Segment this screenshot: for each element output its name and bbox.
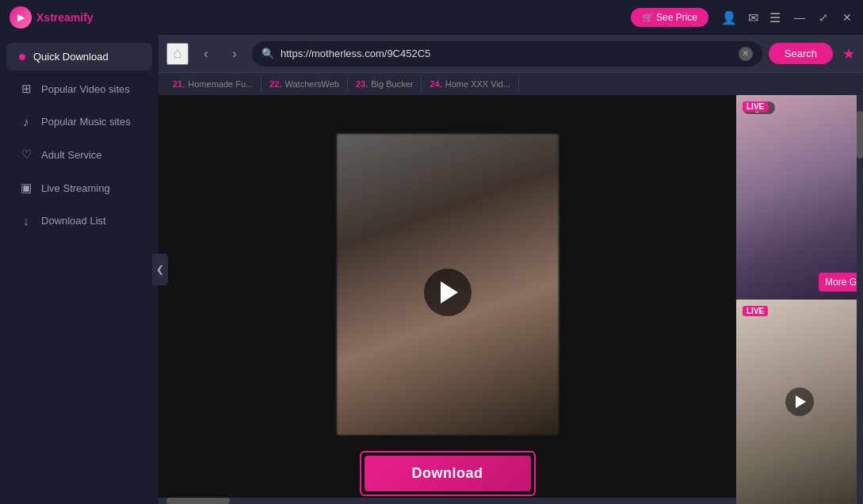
- user-icon[interactable]: 👤: [721, 10, 737, 25]
- sidebar-item-label: Live Streaming: [41, 182, 110, 194]
- search-button[interactable]: Search: [769, 43, 833, 64]
- vertical-scrollbar[interactable]: [857, 95, 863, 504]
- sidebar-item-live-streaming[interactable]: ▣ Live Streaming: [6, 173, 152, 203]
- scrollbar-v-thumb[interactable]: [857, 111, 863, 158]
- download-button[interactable]: Download: [365, 456, 531, 491]
- sidebar-item-download-list[interactable]: ↓ Download List: [6, 206, 152, 235]
- mail-icon[interactable]: ✉: [748, 10, 758, 25]
- scrollbar-h-thumb[interactable]: [166, 498, 230, 504]
- menu-icon[interactable]: ☰: [769, 10, 781, 25]
- tab-label: Big Bucker: [371, 79, 413, 89]
- stream-icon: ▣: [19, 181, 33, 195]
- sidebar-item-label: Download List: [41, 215, 106, 227]
- see-price-button[interactable]: 🛒 See Price: [631, 8, 708, 27]
- sidebar-item-popular-music[interactable]: ♪ Popular Music sites: [6, 107, 152, 136]
- live-badge-2: LIVE: [743, 306, 768, 316]
- sidebar: Quick Download ⊞ Popular Video sites ♪ P…: [0, 35, 158, 504]
- minimize-button[interactable]: —: [793, 11, 806, 24]
- horizontal-scrollbar[interactable]: [158, 498, 736, 504]
- tab-label: Home XXX Vid...: [445, 79, 510, 89]
- active-dot: [19, 54, 25, 60]
- play-button[interactable]: [424, 269, 472, 316]
- tab-label: Homemade Fu...: [188, 79, 253, 89]
- site-tab-4[interactable]: 24. Home XXX Vid...: [422, 78, 519, 90]
- live-card-1-bg: [736, 95, 863, 300]
- url-search-icon: 🔍: [262, 48, 274, 59]
- play-triangle-small-icon: [796, 395, 806, 408]
- download-list-icon: ↓: [19, 214, 33, 227]
- app-logo: ▶ Xstreamify: [10, 6, 94, 29]
- sidebar-item-label: Popular Video sites: [41, 83, 130, 95]
- live-badge-1: LIVE: [743, 101, 768, 112]
- url-bar: 🔍 ✕: [252, 41, 762, 67]
- titlebar-left: ▶ Xstreamify: [10, 6, 94, 29]
- tab-num: 24.: [430, 79, 441, 89]
- main-layout: Quick Download ⊞ Popular Video sites ♪ P…: [0, 35, 863, 504]
- sidebar-item-adult-service[interactable]: ♡ Adult Service: [6, 139, 152, 170]
- sidebar-item-quick-download[interactable]: Quick Download: [6, 43, 152, 71]
- logo-glyph: ▶: [17, 12, 25, 23]
- tab-num: 23.: [356, 79, 368, 89]
- titlebar-icons: 👤 ✉ ☰: [721, 10, 781, 25]
- play-button-small[interactable]: [785, 388, 814, 416]
- tab-num: 22.: [269, 79, 281, 89]
- home-button[interactable]: ⌂: [166, 43, 189, 65]
- url-input[interactable]: [281, 48, 732, 59]
- bookmark-icon[interactable]: ★: [842, 45, 855, 63]
- window-controls: — ⤢ ✕: [793, 11, 853, 24]
- browser-content: Download fog- ♥ LIVE More: [158, 95, 863, 504]
- sidebar-item-label: Quick Download: [33, 51, 109, 63]
- site-tab-2[interactable]: 22. WatchersWeb: [262, 78, 348, 90]
- video-area: Download: [158, 95, 736, 504]
- site-tab-1[interactable]: 21. Homemade Fu...: [165, 78, 262, 90]
- tab-label: WatchersWeb: [285, 79, 339, 89]
- collapse-icon: ❮: [156, 264, 164, 275]
- live-sidebar: fog- ♥ LIVE More G LIVE: [736, 95, 863, 504]
- heart-nav-icon: ♡: [19, 147, 33, 162]
- download-button-wrapper: Download: [360, 451, 536, 496]
- browser-area: ⌂ ‹ › 🔍 ✕ Search ★ 21. Homemade Fu... 22…: [158, 35, 863, 504]
- tab-num: 21.: [173, 79, 185, 89]
- music-icon: ♪: [19, 115, 33, 128]
- sidebar-collapse-button[interactable]: ❮: [152, 254, 168, 285]
- titlebar-right: 🛒 See Price 👤 ✉ ☰ — ⤢ ✕: [631, 8, 853, 27]
- live-card-1[interactable]: fog- ♥ LIVE More G: [736, 95, 863, 300]
- site-tabs: 21. Homemade Fu... 22. WatchersWeb 23. B…: [158, 73, 863, 95]
- sidebar-item-label: Popular Music sites: [41, 116, 131, 128]
- site-tab-3[interactable]: 23. Big Bucker: [348, 78, 422, 90]
- app-name: Xstreamify: [36, 11, 94, 24]
- back-button[interactable]: ‹: [195, 43, 217, 65]
- titlebar: ▶ Xstreamify 🛒 See Price 👤 ✉ ☰ — ⤢ ✕: [0, 0, 863, 35]
- restore-button[interactable]: ⤢: [817, 11, 830, 24]
- play-triangle-icon: [441, 281, 458, 304]
- close-button[interactable]: ✕: [841, 11, 853, 24]
- forward-button[interactable]: ›: [223, 43, 246, 65]
- download-section: Download: [360, 451, 536, 496]
- sidebar-item-popular-video[interactable]: ⊞ Popular Video sites: [6, 74, 152, 104]
- logo-icon: ▶: [10, 6, 32, 29]
- browser-toolbar: ⌂ ‹ › 🔍 ✕ Search ★: [158, 35, 863, 73]
- sidebar-item-label: Adult Service: [41, 149, 102, 161]
- url-clear-button[interactable]: ✕: [739, 47, 753, 61]
- live-card-2[interactable]: LIVE: [736, 300, 863, 504]
- video-icon: ⊞: [19, 82, 33, 96]
